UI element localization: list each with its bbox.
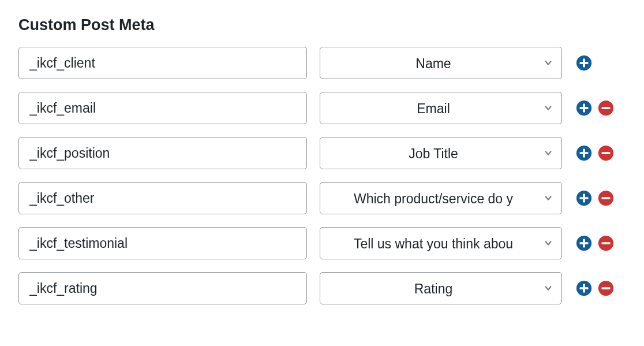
- meta-value-select[interactable]: Name: [320, 47, 562, 79]
- add-row-button[interactable]: [575, 234, 593, 252]
- meta-key-input[interactable]: [18, 47, 307, 79]
- meta-key-input[interactable]: [18, 227, 307, 259]
- meta-value-select-wrap: Job Title: [320, 137, 562, 169]
- meta-row: Which product/service do y: [18, 182, 626, 214]
- meta-key-input[interactable]: [18, 137, 307, 169]
- meta-rows: Name Email: [18, 47, 626, 304]
- svg-rect-12: [602, 152, 611, 154]
- remove-row-button[interactable]: [597, 99, 615, 117]
- meta-value-select[interactable]: Tell us what you think abou: [320, 227, 562, 259]
- meta-value-select-wrap: Tell us what you think abou: [320, 227, 562, 259]
- meta-key-input[interactable]: [18, 182, 307, 214]
- svg-rect-5: [580, 107, 589, 109]
- meta-value-select-wrap: Which product/service do y: [320, 182, 562, 214]
- meta-value-select[interactable]: Email: [320, 92, 562, 124]
- row-actions: [575, 189, 615, 207]
- meta-value-select-wrap: Name: [320, 47, 562, 79]
- add-row-button[interactable]: [575, 144, 593, 162]
- row-actions: [575, 234, 615, 252]
- meta-row: Rating: [18, 272, 626, 304]
- remove-row-button[interactable]: [597, 279, 615, 297]
- svg-rect-2: [580, 62, 589, 64]
- svg-rect-25: [580, 287, 589, 289]
- meta-row: Name: [18, 47, 626, 79]
- plus-circle-icon: [575, 189, 593, 207]
- svg-rect-17: [602, 197, 611, 199]
- row-actions: [575, 144, 615, 162]
- row-actions: [575, 99, 615, 117]
- svg-rect-10: [580, 152, 589, 154]
- svg-rect-15: [580, 197, 589, 199]
- plus-circle-icon: [575, 144, 593, 162]
- svg-rect-7: [602, 107, 611, 109]
- add-row-button[interactable]: [575, 54, 593, 72]
- add-row-button[interactable]: [575, 189, 593, 207]
- row-actions: [575, 279, 615, 297]
- meta-row: Job Title: [18, 137, 626, 169]
- meta-value-select-wrap: Rating: [320, 272, 562, 304]
- minus-circle-icon: [597, 189, 615, 207]
- plus-circle-icon: [575, 99, 593, 117]
- meta-value-select[interactable]: Rating: [320, 272, 562, 304]
- section-title: Custom Post Meta: [18, 16, 626, 34]
- add-row-button[interactable]: [575, 99, 593, 117]
- minus-circle-icon: [597, 99, 615, 117]
- meta-row: Tell us what you think abou: [18, 227, 626, 259]
- minus-circle-icon: [597, 280, 615, 297]
- meta-key-input[interactable]: [18, 272, 307, 304]
- svg-rect-22: [602, 242, 611, 244]
- row-actions: [575, 54, 593, 72]
- remove-row-button[interactable]: [597, 234, 615, 252]
- plus-circle-icon: [575, 235, 593, 252]
- meta-key-input[interactable]: [18, 92, 307, 124]
- svg-rect-27: [602, 287, 611, 289]
- meta-value-select[interactable]: Job Title: [320, 137, 562, 169]
- plus-circle-icon: [575, 54, 593, 72]
- meta-value-select-wrap: Email: [320, 92, 562, 124]
- minus-circle-icon: [597, 235, 615, 252]
- add-row-button[interactable]: [575, 279, 593, 297]
- minus-circle-icon: [597, 144, 615, 162]
- plus-circle-icon: [575, 280, 593, 297]
- remove-row-button[interactable]: [597, 144, 615, 162]
- meta-row: Email: [18, 92, 626, 124]
- remove-row-button[interactable]: [597, 189, 615, 207]
- meta-value-select[interactable]: Which product/service do y: [320, 182, 562, 214]
- svg-rect-20: [580, 242, 589, 244]
